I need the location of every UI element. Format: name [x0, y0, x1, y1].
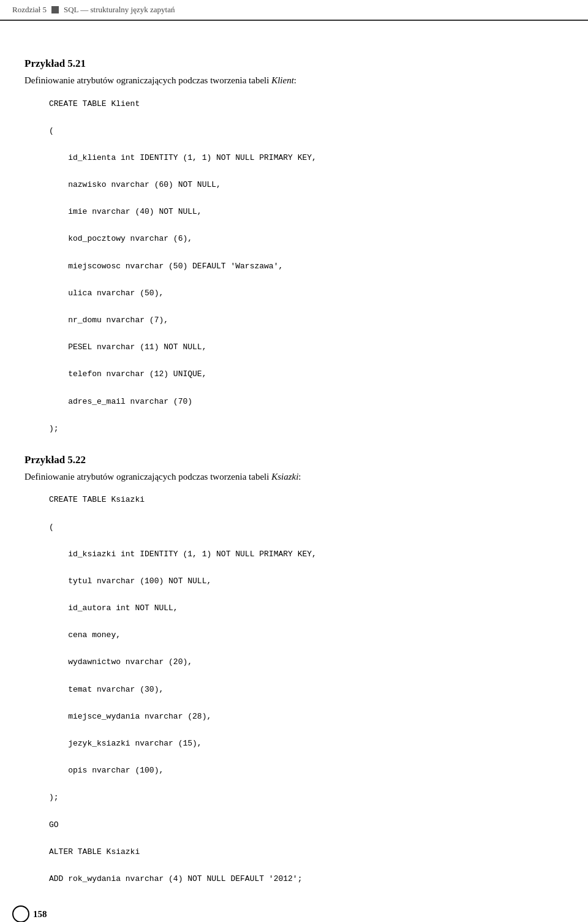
example-21-desc-prefix: Definiowanie atrybutów ograniczających p…: [24, 75, 271, 85]
example-21-desc-suffix: :: [294, 75, 296, 85]
example-22-heading: Przykład 5.22: [24, 454, 564, 466]
page-number-circle: [12, 905, 29, 922]
page-footer: 158: [0, 905, 588, 922]
example-22: Przykład 5.22 Definiowanie atrybutów ogr…: [24, 454, 564, 886]
example-21-description: Definiowanie atrybutów ograniczających p…: [24, 74, 564, 88]
chapter-subtitle: SQL — strukturalny język zapytań: [64, 5, 175, 15]
example-21-code: CREATE TABLE Klient ( id_klienta int IDE…: [49, 97, 564, 436]
example-22-desc-prefix: Definiowanie atrybutów ograniczających p…: [24, 472, 271, 482]
example-22-desc-suffix: :: [298, 472, 301, 482]
example-21-heading: Przykład 5.21: [24, 58, 564, 70]
example-22-description: Definiowanie atrybutów ograniczających p…: [24, 470, 564, 484]
example-21: Przykład 5.21 Definiowanie atrybutów ogr…: [24, 58, 564, 436]
example-22-table-name: Ksiazki: [271, 472, 298, 482]
page-content: Przykład 5.21 Definiowanie atrybutów ogr…: [0, 21, 588, 922]
header-separator-icon: [51, 6, 59, 13]
page-number: 158: [33, 909, 47, 920]
example-22-code: CREATE TABLE Ksiazki ( id_ksiazki int ID…: [49, 493, 564, 886]
page-container: Rozdział 5 SQL — strukturalny język zapy…: [0, 0, 588, 922]
page-header: Rozdział 5 SQL — strukturalny język zapy…: [0, 0, 588, 21]
example-21-table-name: Klient: [271, 75, 294, 85]
chapter-label: Rozdział 5: [12, 5, 47, 15]
